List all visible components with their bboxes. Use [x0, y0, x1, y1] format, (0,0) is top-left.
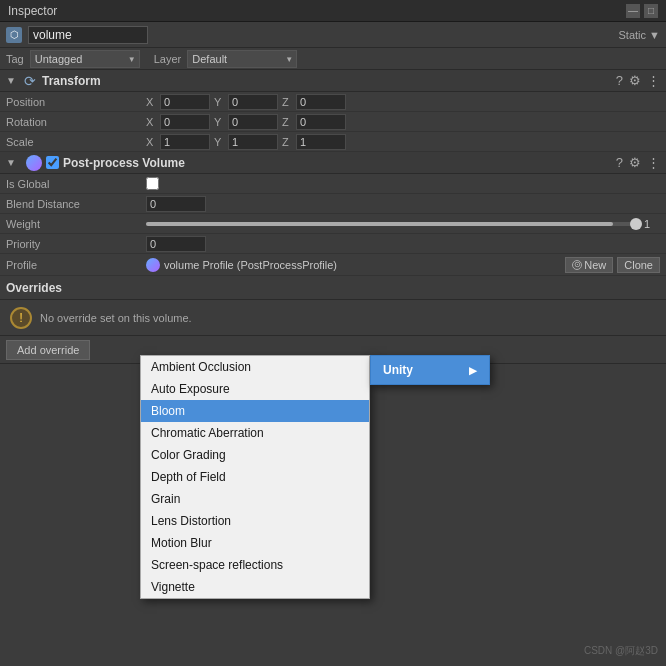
rotation-label: Rotation — [6, 116, 146, 128]
ppv-section-title: Post-process Volume — [63, 156, 185, 170]
pos-z-letter: Z — [282, 96, 294, 108]
rotation-xyz: X Y Z — [146, 114, 660, 130]
blend-distance-input[interactable] — [146, 196, 206, 212]
dropdown-item-motion-blur[interactable]: Motion Blur — [141, 532, 369, 554]
rot-x-input[interactable] — [160, 114, 210, 130]
pos-z-input[interactable] — [296, 94, 346, 110]
pos-x-input[interactable] — [160, 94, 210, 110]
position-row: Position X Y Z — [0, 92, 666, 112]
pos-x-group: X — [146, 94, 210, 110]
weight-slider-track[interactable] — [146, 222, 638, 226]
layer-label: Layer — [154, 53, 182, 65]
override-warning-row: ! No override set on this volume. — [0, 300, 666, 336]
rot-z-group: Z — [282, 114, 346, 130]
weight-slider-container: 1 — [146, 218, 660, 230]
transform-help-icon[interactable]: ? — [616, 73, 623, 88]
object-name-input[interactable] — [28, 26, 148, 44]
add-override-button[interactable]: Add override — [6, 340, 90, 360]
unity-label: Unity — [383, 363, 413, 377]
scale-label: Scale — [6, 136, 146, 148]
watermark: CSDN @阿赵3D — [584, 644, 658, 658]
transform-section-actions: ? ⚙ ⋮ — [616, 73, 660, 88]
scale-xyz: X Y Z — [146, 134, 660, 150]
profile-value: volume Profile (PostProcessProfile) ⊙ Ne… — [146, 257, 660, 273]
warning-text: No override set on this volume. — [40, 312, 192, 324]
dropdown-menu: Ambient Occlusion Auto Exposure Bloom Ch… — [140, 355, 370, 599]
transform-properties: Position X Y Z Rotation X Y — [0, 92, 666, 152]
new-btn-circle-icon: ⊙ — [572, 260, 582, 270]
pos-x-letter: X — [146, 96, 158, 108]
is-global-label: Is Global — [6, 178, 146, 190]
static-label[interactable]: Static ▼ — [619, 29, 660, 41]
scl-x-input[interactable] — [160, 134, 210, 150]
priority-input[interactable] — [146, 236, 206, 252]
dropdown-item-screen-space-reflections[interactable]: Screen-space reflections — [141, 554, 369, 576]
ppv-menu-icon[interactable]: ⋮ — [647, 155, 660, 170]
is-global-row: Is Global — [0, 174, 666, 194]
rot-x-group: X — [146, 114, 210, 130]
rot-y-input[interactable] — [228, 114, 278, 130]
new-profile-button[interactable]: ⊙ New — [565, 257, 613, 273]
scale-row: Scale X Y Z — [0, 132, 666, 152]
ppv-header[interactable]: ▼ Post-process Volume ? ⚙ ⋮ — [0, 152, 666, 174]
scl-x-group: X — [146, 134, 210, 150]
ppv-help-icon[interactable]: ? — [616, 155, 623, 170]
rot-z-letter: Z — [282, 116, 294, 128]
dropdown-item-vignette[interactable]: Vignette — [141, 576, 369, 598]
dropdown-item-lens-distortion[interactable]: Lens Distortion — [141, 510, 369, 532]
clone-profile-button[interactable]: Clone — [617, 257, 660, 273]
submenu-arrow-icon: ▶ — [469, 365, 477, 376]
maximize-button[interactable]: □ — [644, 4, 658, 18]
profile-row: Profile volume Profile (PostProcessProfi… — [0, 254, 666, 276]
priority-row: Priority — [0, 234, 666, 254]
blend-distance-label: Blend Distance — [6, 198, 146, 210]
scl-z-input[interactable] — [296, 134, 346, 150]
dropdown-item-depth-of-field[interactable]: Depth of Field — [141, 466, 369, 488]
layer-select-wrapper: Default ▼ — [187, 50, 297, 68]
priority-value — [146, 236, 660, 252]
dropdown-item-grain[interactable]: Grain — [141, 488, 369, 510]
dropdown-item-ambient-occlusion[interactable]: Ambient Occlusion — [141, 356, 369, 378]
layer-select[interactable]: Default — [187, 50, 297, 68]
is-global-checkbox[interactable] — [146, 177, 159, 190]
priority-label: Priority — [6, 238, 146, 250]
tag-select[interactable]: Untagged — [30, 50, 140, 68]
dropdown-item-bloom[interactable]: Bloom — [141, 400, 369, 422]
position-label: Position — [6, 96, 146, 108]
object-icon: ⬡ — [6, 27, 22, 43]
profile-label: Profile — [6, 259, 146, 271]
scl-y-group: Y — [214, 134, 278, 150]
tag-select-wrapper: Untagged ▼ — [30, 50, 140, 68]
new-btn-label: New — [584, 259, 606, 271]
minimize-button[interactable]: — — [626, 4, 640, 18]
transform-menu-icon[interactable]: ⋮ — [647, 73, 660, 88]
unity-submenu-item[interactable]: Unity ▶ — [371, 355, 489, 385]
ppv-enabled-checkbox[interactable] — [46, 156, 59, 169]
tag-label: Tag — [6, 53, 24, 65]
rot-y-group: Y — [214, 114, 278, 130]
warning-icon: ! — [10, 307, 32, 329]
dropdown-item-chromatic-aberration[interactable]: Chromatic Aberration — [141, 422, 369, 444]
scl-x-letter: X — [146, 136, 158, 148]
unity-submenu: Unity ▶ — [370, 355, 490, 385]
blend-distance-value — [146, 196, 660, 212]
scl-y-input[interactable] — [228, 134, 278, 150]
transform-settings-icon[interactable]: ⚙ — [629, 73, 641, 88]
rot-y-letter: Y — [214, 116, 226, 128]
pos-y-input[interactable] — [228, 94, 278, 110]
pos-z-group: Z — [282, 94, 346, 110]
weight-slider-thumb — [630, 218, 642, 230]
profile-name-text: volume Profile (PostProcessProfile) — [164, 259, 561, 271]
ppv-settings-icon[interactable]: ⚙ — [629, 155, 641, 170]
transform-section-header[interactable]: ▼ ⟳ Transform ? ⚙ ⋮ — [0, 70, 666, 92]
clone-btn-label: Clone — [624, 259, 653, 271]
profile-icon — [146, 258, 160, 272]
ppv-toggle-icon: ▼ — [6, 157, 18, 169]
dropdown-item-auto-exposure[interactable]: Auto Exposure — [141, 378, 369, 400]
scl-z-letter: Z — [282, 136, 294, 148]
ppv-actions: ? ⚙ ⋮ — [616, 155, 660, 170]
weight-row: Weight 1 — [0, 214, 666, 234]
transform-icon: ⟳ — [22, 73, 38, 89]
rot-z-input[interactable] — [296, 114, 346, 130]
dropdown-item-color-grading[interactable]: Color Grading — [141, 444, 369, 466]
